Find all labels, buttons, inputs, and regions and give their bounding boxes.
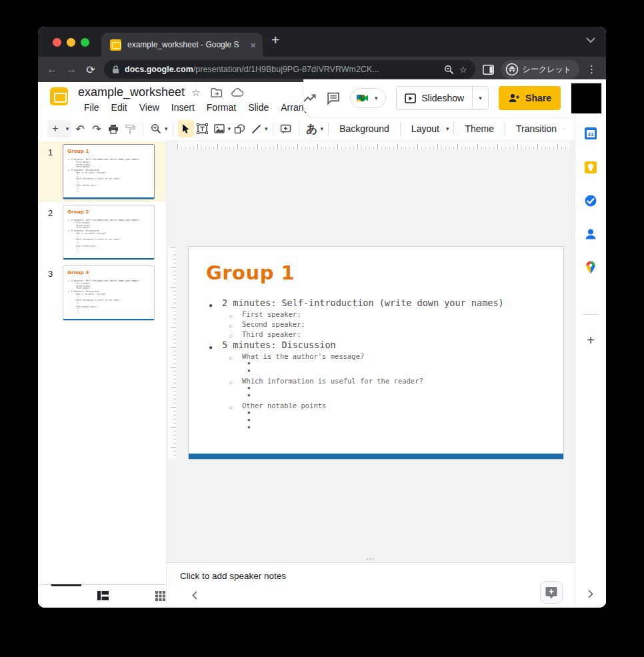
select-tool-button[interactable] [178, 120, 194, 137]
filmstrip-row-1[interactable]: 1Group 12 minutes: Self-introduction (wr… [38, 141, 166, 202]
tasks-icon[interactable] [584, 194, 597, 207]
tab-strip: example_worksheet - Google S × + [38, 27, 606, 57]
redo-button[interactable]: ↷ [89, 120, 105, 137]
bullet-level-3 [206, 362, 558, 369]
insert-image-button[interactable] [211, 120, 227, 137]
background-button[interactable]: Background [333, 123, 395, 134]
zoom-icon [151, 123, 161, 134]
insert-shape-button[interactable] [231, 120, 247, 137]
insert-line-button[interactable] [248, 120, 264, 137]
zoom-caret-icon[interactable]: ▾ [165, 125, 168, 132]
gemini-spark-button[interactable] [540, 581, 563, 604]
hide-menus-chevron-icon[interactable] [563, 126, 565, 131]
star-document-icon[interactable]: ☆ [190, 87, 202, 99]
menu-format[interactable]: Format [201, 100, 242, 115]
forward-icon[interactable]: → [65, 63, 77, 75]
speaker-notes-panel[interactable]: Click to add speaker notes [167, 562, 575, 608]
slide-thumbnail[interactable]: Group 22 minutes: Self-introduction (wri… [63, 205, 155, 260]
menu-slide[interactable]: Slide [242, 100, 275, 115]
undo-button[interactable]: ↶ [72, 120, 88, 137]
keep-icon[interactable] [584, 161, 597, 174]
activity-trend-icon[interactable] [303, 89, 317, 107]
maps-icon[interactable] [584, 261, 597, 274]
slideshow-label: Slideshow [421, 93, 464, 103]
input-tools-button[interactable]: あ [304, 120, 320, 137]
bullet-level-3 [206, 418, 558, 426]
new-slide-caret-icon[interactable]: ▾ [63, 125, 71, 132]
print-button[interactable] [105, 120, 121, 137]
image-caret-icon[interactable]: ▾ [228, 125, 231, 132]
move-to-folder-icon[interactable] [211, 87, 223, 99]
slides-logo-icon[interactable] [50, 87, 68, 105]
expand-side-panel-chevron-icon[interactable] [588, 590, 593, 598]
active-view-indicator [51, 584, 81, 586]
menu-file[interactable]: File [78, 100, 105, 115]
browser-window: example_worksheet - Google S × + ← → ⟳ d… [38, 27, 606, 608]
slide[interactable]: Group 12 minutes: Self-introduction (wri… [189, 247, 563, 459]
theme-button[interactable]: Theme [459, 123, 500, 134]
notes-resize-handle[interactable]: ⋯ [167, 556, 575, 562]
current-slide[interactable]: Group 12 minutes: Self-introduction (wri… [189, 247, 563, 459]
collapse-filmstrip-chevron-icon[interactable] [192, 591, 197, 600]
bullet-level-2: First speaker: [206, 309, 558, 319]
grid-view-icon[interactable] [155, 591, 165, 601]
minimize-window-button[interactable] [67, 38, 75, 47]
zoom-button[interactable] [148, 120, 164, 137]
slide-number: 1 [38, 144, 63, 202]
slide-body-textbox[interactable]: 2 minutes: Self-introduction (write down… [206, 297, 558, 433]
browser-tab[interactable]: example_worksheet - Google S × [101, 33, 263, 57]
insert-comment-button[interactable] [278, 120, 294, 137]
slide-title[interactable]: Group 1 [206, 261, 295, 284]
new-slide-button[interactable]: + [47, 120, 63, 137]
line-caret-icon[interactable]: ▾ [265, 125, 268, 132]
layout-button[interactable]: Layout [405, 123, 445, 134]
ime-caret-icon[interactable]: ▾ [321, 125, 324, 132]
slides-app: example_worksheet ☆ FileEditViewInsertFo… [38, 82, 606, 608]
new-tab-button[interactable]: + [271, 32, 279, 48]
slideshow-dropdown[interactable]: ▾ [472, 86, 488, 110]
browser-toolbar: ← → ⟳ docs.google.com/presentation/d/1H9… [38, 57, 606, 82]
filmstrip-row-3[interactable]: 3Group 32 minutes: Self-introduction (wr… [38, 263, 166, 323]
layout-caret-icon[interactable]: ▾ [446, 125, 449, 132]
comment-history-icon[interactable] [327, 89, 340, 107]
bookmark-star-icon[interactable]: ☆ [459, 65, 467, 75]
calendar-icon[interactable]: 31 [584, 127, 597, 140]
bullet-level-1: 2 minutes: Self-introduction (write down… [67, 279, 153, 281]
slide-filmstrip: 1Group 12 minutes: Self-introduction (wr… [38, 140, 167, 584]
get-addons-button[interactable]: + [587, 333, 595, 348]
slide-thumbnail[interactable]: Group 12 minutes: Self-introduction (wri… [63, 144, 155, 199]
contacts-icon[interactable] [584, 227, 597, 241]
menu-view[interactable]: View [133, 100, 165, 115]
filmstrip-view-icon[interactable] [97, 591, 109, 600]
transition-button[interactable]: Transition [510, 123, 563, 134]
menu-edit[interactable]: Edit [105, 100, 133, 115]
bullet-level-3 [206, 394, 558, 401]
cloud-saved-icon[interactable] [231, 87, 243, 99]
tab-search-chevron-icon[interactable] [586, 37, 595, 43]
share-button[interactable]: Share [499, 86, 561, 110]
speaker-notes-placeholder[interactable]: Click to add speaker notes [180, 571, 286, 581]
slide-canvas-area: Group 12 minutes: Self-introduction (wri… [167, 140, 575, 562]
back-icon[interactable]: ← [46, 63, 58, 75]
address-bar[interactable]: docs.google.com/presentation/d/1H9Bbuj9P… [104, 60, 475, 79]
tab-close-icon[interactable]: × [250, 39, 256, 51]
bullet-level-3 [206, 386, 558, 394]
user-avatar[interactable] [571, 83, 602, 114]
filmstrip-row-2[interactable]: 2Group 22 minutes: Self-introduction (wr… [38, 202, 166, 263]
bullet-level-3 [206, 426, 558, 433]
slide-accent-bar [63, 258, 154, 259]
browser-menu-icon[interactable]: ⋮ [587, 63, 597, 75]
zoom-page-icon[interactable] [444, 65, 454, 75]
paint-format-button[interactable] [122, 120, 138, 137]
side-panel-icon[interactable] [483, 65, 494, 75]
zoom-window-button[interactable] [81, 38, 89, 47]
text-box-button[interactable] [195, 120, 211, 137]
menu-insert[interactable]: Insert [165, 100, 201, 115]
meet-button[interactable]: ▾ [350, 88, 386, 108]
reload-icon[interactable]: ⟳ [85, 63, 97, 76]
slide-thumbnail[interactable]: Group 32 minutes: Self-introduction (wri… [63, 265, 155, 321]
document-title[interactable]: example_worksheet [78, 85, 185, 99]
close-window-button[interactable] [53, 38, 61, 47]
ime-icon: あ [306, 121, 317, 137]
slideshow-button[interactable]: Slideshow [397, 93, 472, 103]
